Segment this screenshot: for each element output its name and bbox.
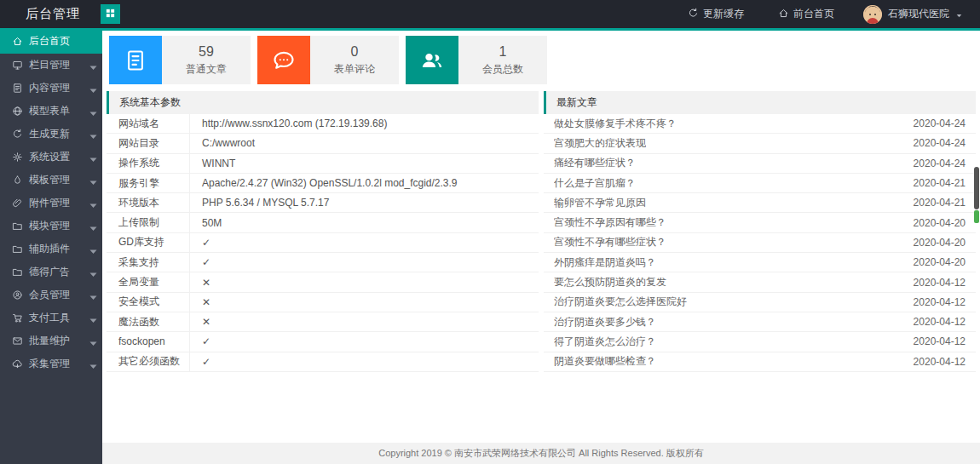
info-value: ✓	[190, 233, 539, 252]
caret-down-icon	[88, 154, 99, 165]
scrollbar-thumb[interactable]	[974, 167, 979, 209]
article-icon	[124, 49, 147, 72]
article-title-link[interactable]: 外阴瘙痒是阴道炎吗？	[554, 255, 656, 270]
menu-collapse-button[interactable]	[101, 4, 120, 24]
article-title-link[interactable]: 治疗阴道炎要多少钱？	[554, 315, 656, 329]
stat-card-2[interactable]: 1会员总数	[406, 36, 547, 84]
stat-card-icon	[406, 36, 458, 84]
info-label: 上传限制	[107, 213, 190, 232]
header-actions: 更新缓存 前台首页 石狮现代医院	[671, 0, 980, 28]
article-date: 2020-04-20	[914, 237, 966, 249]
monitor-icon	[12, 60, 23, 71]
caret-down-icon	[88, 131, 99, 142]
system-info-row: 上传限制50M	[107, 213, 539, 232]
sidebar-item-label: 栏目管理	[29, 58, 70, 72]
sidebar-item-5[interactable]: 系统设置	[0, 146, 102, 169]
info-label: GD库支持	[107, 233, 190, 252]
sidebar-item-14[interactable]: 采集管理	[0, 352, 102, 375]
system-panel-title: 系统基本参数	[107, 91, 539, 114]
sidebar-item-9[interactable]: 辅助插件	[0, 238, 102, 261]
article-title-link[interactable]: 宫颈性不孕原因有哪些？	[554, 215, 666, 230]
caret-down-icon	[88, 200, 99, 211]
article-title-link[interactable]: 痛经有哪些症状？	[554, 156, 636, 170]
article-row: 宫颈肥大的症状表现2020-04-24	[544, 134, 976, 153]
grid-icon	[105, 8, 116, 19]
article-row: 外阴瘙痒是阴道炎吗？2020-04-20	[544, 253, 976, 272]
info-value: ✕	[190, 272, 539, 291]
caret-down-icon	[88, 62, 99, 73]
sidebar-item-6[interactable]: 模板管理	[0, 169, 102, 192]
sidebar-item-8[interactable]: 模块管理	[0, 215, 102, 238]
update-cache-button[interactable]: 更新缓存	[671, 0, 761, 28]
article-title-link[interactable]: 宫颈肥大的症状表现	[554, 136, 646, 151]
sidebar-item-1[interactable]: 栏目管理	[0, 54, 102, 77]
article-date: 2020-04-12	[914, 296, 966, 308]
info-value: ✓	[190, 253, 539, 272]
sidebar-item-2[interactable]: 内容管理	[0, 77, 102, 100]
footer: Copyright 2019 © 南安市武荣网络技术有限公司 All Right…	[102, 443, 980, 464]
article-title-link[interactable]: 阴道炎要做哪些检查？	[554, 354, 656, 369]
info-label: 魔法函数	[107, 312, 190, 331]
caret-down-icon	[88, 246, 99, 257]
scrollbar-accent	[974, 210, 979, 223]
system-info-row: 魔法函数✕	[107, 312, 539, 332]
sidebar-item-13[interactable]: 批量维护	[0, 329, 102, 352]
sidebar-item-11[interactable]: 会员管理	[0, 284, 102, 306]
article-row: 要怎么预防阴道炎的复发2020-04-12	[544, 272, 976, 292]
system-info-panel: 系统基本参数 网站域名http://www.ssnx120.com (172.1…	[107, 91, 539, 372]
home-icon	[778, 8, 789, 19]
caret-down-icon	[88, 361, 99, 372]
info-label: 安全模式	[107, 293, 190, 312]
article-title-link[interactable]: 治疗阴道炎要怎么选择医院好	[554, 295, 687, 309]
caret-down-icon	[88, 338, 99, 349]
sidebar-item-4[interactable]: 生成更新	[0, 123, 102, 146]
app-title: 后台管理	[0, 6, 81, 22]
stat-card-1[interactable]: 0表单评论	[257, 36, 399, 84]
user-menu[interactable]: 石狮现代医院	[851, 0, 980, 28]
system-info-row: 环境版本PHP 5.6.34 / MYSQL 5.7.17	[107, 193, 539, 213]
sidebar-item-label: 模块管理	[29, 219, 70, 233]
info-value: ✕	[190, 312, 539, 331]
droplet-icon	[12, 175, 23, 186]
info-label: 其它必须函数	[107, 352, 190, 371]
article-date: 2020-04-12	[914, 277, 966, 289]
system-info-row: 服务引擎Apache/2.4.27 (Win32) OpenSSL/1.0.2l…	[107, 174, 539, 193]
sidebar-item-12[interactable]: 支付工具	[0, 306, 102, 329]
user-icon	[12, 289, 23, 301]
panels: 系统基本参数 网站域名http://www.ssnx120.com (172.1…	[107, 91, 976, 372]
avatar	[863, 5, 882, 24]
paperclip-icon	[12, 198, 23, 209]
sidebar-item-label: 支付工具	[29, 311, 70, 325]
caret-down-icon	[88, 292, 99, 303]
article-row: 做处女膜修复手术疼不疼？2020-04-24	[544, 114, 976, 134]
info-label: 服务引擎	[107, 174, 190, 192]
article-title-link[interactable]: 什么是子宫肌瘤？	[554, 176, 636, 191]
sidebar-menu: 后台首页栏目管理内容管理模型表单生成更新系统设置模板管理附件管理模块管理辅助插件…	[0, 28, 102, 375]
sidebar-item-0[interactable]: 后台首页	[0, 28, 102, 54]
article-title-link[interactable]: 要怎么预防阴道炎的复发	[554, 275, 666, 289]
system-info-row: 采集支持✓	[107, 253, 539, 272]
front-home-button[interactable]: 前台首页	[761, 0, 851, 28]
caret-down-icon	[88, 108, 99, 119]
article-row: 痛经有哪些症状？2020-04-24	[544, 154, 976, 174]
articles-list: 做处女膜修复手术疼不疼？2020-04-24宫颈肥大的症状表现2020-04-2…	[544, 114, 976, 372]
article-title-link[interactable]: 做处女膜修复手术疼不疼？	[554, 117, 677, 131]
sidebar-item-label: 模型表单	[29, 104, 70, 118]
caret-down-icon	[88, 85, 99, 96]
sidebar-item-10[interactable]: 德得广告	[0, 261, 102, 284]
sidebar-item-label: 批量维护	[29, 334, 70, 348]
sidebar-item-3[interactable]: 模型表单	[0, 100, 102, 123]
article-date: 2020-04-20	[914, 256, 966, 268]
article-title-link[interactable]: 输卵管不孕常见原因	[554, 196, 646, 210]
stat-card-0[interactable]: 59普通文章	[109, 36, 251, 84]
folder-icon	[12, 221, 23, 232]
cart-icon	[12, 312, 23, 324]
article-row: 得了阴道炎怎么治疗？2020-04-12	[544, 332, 976, 352]
article-title-link[interactable]: 得了阴道炎怎么治疗？	[554, 335, 656, 349]
info-value: http://www.ssnx120.com (172.19.139.68)	[190, 114, 539, 133]
sidebar-item-7[interactable]: 附件管理	[0, 192, 102, 215]
sidebar-item-label: 附件管理	[29, 196, 70, 210]
article-title-link[interactable]: 宫颈性不孕有哪些症状？	[554, 235, 666, 249]
article-date: 2020-04-12	[914, 316, 966, 328]
gear-icon	[12, 152, 23, 163]
